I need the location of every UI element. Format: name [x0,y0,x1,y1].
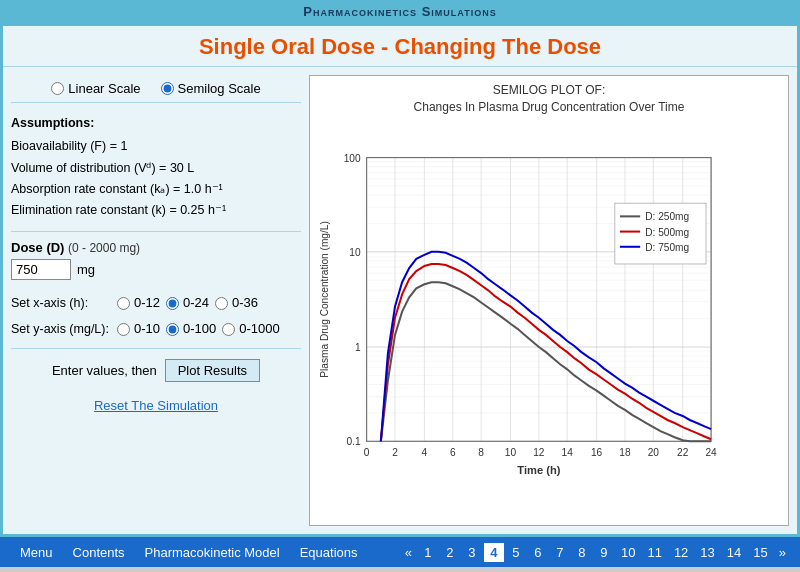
yaxis-01000[interactable]: 0-1000 [222,316,279,342]
absorption-text: Absorption rate constant (kₐ) = 1.0 h⁻¹ [11,179,301,200]
chart-title-line2: Changes In Plasma Drug Concentration Ove… [316,99,782,116]
xaxis-036[interactable]: 0-36 [215,290,258,316]
xaxis-024[interactable]: 0-24 [166,290,209,316]
svg-text:6: 6 [450,447,456,458]
yaxis-row: Set y-axis (mg/L): 0-10 0-100 0-1000 [11,316,301,342]
page-3[interactable]: 3 [462,543,482,562]
page-7[interactable]: 7 [550,543,570,562]
page-6[interactable]: 6 [528,543,548,562]
yaxis-01000-radio[interactable] [222,323,235,336]
content-area: Linear Scale Semilog Scale Assumptions: … [3,67,797,534]
dose-section: Dose (D) (0 - 2000 mg) mg [11,231,301,284]
xaxis-label: Set x-axis (h): [11,291,111,316]
chart-panel: SEMILOG PLOT OF: Changes In Plasma Drug … [309,75,789,526]
xaxis-row: Set x-axis (h): 0-12 0-24 0-36 [11,290,301,316]
svg-text:8: 8 [478,447,484,458]
semilog-scale-radio[interactable] [161,82,174,95]
semilog-scale-label: Semilog Scale [178,81,261,96]
bioavailability-text: Bioavailability (F) = 1 [11,136,301,157]
main-container: Single Oral Dose - Changing The Dose Lin… [0,23,800,537]
nav-menu[interactable]: Menu [10,545,63,560]
bottom-nav: Menu Contents Pharmacokinetic Model Equa… [0,537,800,567]
svg-text:24: 24 [705,447,717,458]
svg-text:1: 1 [355,342,361,353]
dose-range: (0 - 2000 mg) [68,241,140,255]
page-13[interactable]: 13 [695,543,719,562]
linear-scale-radio[interactable] [51,82,64,95]
page-10[interactable]: 10 [616,543,640,562]
dose-unit: mg [77,262,95,277]
assumptions-title: Assumptions: [11,113,301,134]
svg-text:16: 16 [591,447,603,458]
svg-text:2: 2 [392,447,398,458]
prev-arrow[interactable]: « [401,543,416,562]
svg-text:0: 0 [364,447,370,458]
linear-scale-label: Linear Scale [68,81,140,96]
chart-title: SEMILOG PLOT OF: Changes In Plasma Drug … [316,82,782,116]
page-1[interactable]: 1 [418,543,438,562]
page-2[interactable]: 2 [440,543,460,562]
enter-label: Enter values, then [52,363,157,378]
reset-link[interactable]: Reset The Simulation [11,392,301,419]
dose-input[interactable] [11,259,71,280]
app-header: Pharmacokinetics Simulations [0,0,800,23]
svg-text:100: 100 [344,152,361,163]
svg-text:18: 18 [619,447,631,458]
axis-section: Set x-axis (h): 0-12 0-24 0-36 [11,290,301,342]
nav-equations[interactable]: Equations [290,545,368,560]
chart-svg: 100 10 1 0.1 0 2 4 6 8 10 12 14 16 18 20 [316,120,782,519]
linear-scale-option[interactable]: Linear Scale [51,81,140,96]
svg-text:Time (h): Time (h) [517,463,560,475]
svg-text:22: 22 [677,447,689,458]
yaxis-010[interactable]: 0-10 [117,316,160,342]
svg-text:D: 250mg: D: 250mg [645,211,689,222]
xaxis-012-radio[interactable] [117,297,130,310]
svg-text:20: 20 [648,447,660,458]
xaxis-012[interactable]: 0-12 [117,290,160,316]
chart-area: 100 10 1 0.1 0 2 4 6 8 10 12 14 16 18 20 [316,120,782,519]
page-12[interactable]: 12 [669,543,693,562]
next-arrow[interactable]: » [775,543,790,562]
svg-text:10: 10 [349,246,361,257]
svg-text:4: 4 [422,447,428,458]
yaxis-label: Set y-axis (mg/L): [11,317,111,342]
xaxis-024-radio[interactable] [166,297,179,310]
page-14[interactable]: 14 [722,543,746,562]
svg-text:14: 14 [562,447,574,458]
nav-pages: « 1 2 3 4 5 6 7 8 9 10 11 12 13 14 15 » [401,543,790,562]
yaxis-010-radio[interactable] [117,323,130,336]
dose-input-row: mg [11,259,301,280]
left-panel: Linear Scale Semilog Scale Assumptions: … [11,75,301,526]
xaxis-036-radio[interactable] [215,297,228,310]
yaxis-0100[interactable]: 0-100 [166,316,216,342]
app-title: Pharmacokinetics Simulations [303,4,496,19]
page-11[interactable]: 11 [642,543,666,562]
page-4[interactable]: 4 [484,543,504,562]
plot-results-button[interactable]: Plot Results [165,359,260,382]
svg-text:12: 12 [533,447,545,458]
svg-text:D: 500mg: D: 500mg [645,226,689,237]
nav-pk-model[interactable]: Pharmacokinetic Model [135,545,290,560]
page-8[interactable]: 8 [572,543,592,562]
nav-contents[interactable]: Contents [63,545,135,560]
svg-text:10: 10 [505,447,517,458]
chart-title-line1: SEMILOG PLOT OF: [316,82,782,99]
svg-text:D: 750mg: D: 750mg [645,241,689,252]
scale-selector: Linear Scale Semilog Scale [11,75,301,103]
volume-text: Volume of distribution (Vᵈ) = 30 L [11,158,301,179]
plot-button-row: Enter values, then Plot Results [11,348,301,386]
page-15[interactable]: 15 [748,543,772,562]
svg-text:0.1: 0.1 [346,436,360,447]
elimination-text: Elimination rate constant (k) = 0.25 h⁻¹ [11,200,301,221]
semilog-scale-option[interactable]: Semilog Scale [161,81,261,96]
page-5[interactable]: 5 [506,543,526,562]
page-title: Single Oral Dose - Changing The Dose [3,26,797,67]
svg-text:Plasma Drug Concentration (mg/: Plasma Drug Concentration (mg/L) [319,221,330,377]
page-9[interactable]: 9 [594,543,614,562]
yaxis-0100-radio[interactable] [166,323,179,336]
assumptions-section: Assumptions: Bioavailability (F) = 1 Vol… [11,109,301,225]
dose-label: Dose (D) [11,240,64,255]
